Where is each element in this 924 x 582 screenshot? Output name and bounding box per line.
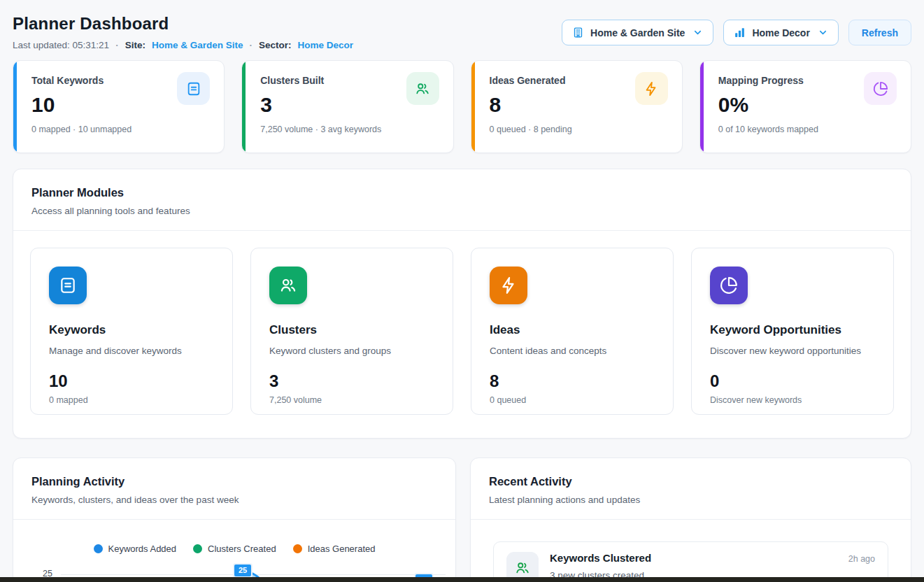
legend-dot	[193, 544, 202, 553]
modules-panel-title: Planner Modules	[31, 186, 893, 199]
zap-icon	[635, 72, 668, 105]
building-icon	[572, 27, 584, 38]
recent-activity-subtitle: Latest planning actions and updates	[489, 495, 893, 505]
pie-chart-icon	[864, 72, 897, 105]
module-card-clusters[interactable]: Clusters Keyword clusters and groups 3 7…	[250, 248, 453, 415]
recent-activity-title: Recent Activity	[489, 475, 893, 488]
activity-item-toprow: Keywords Clustered 2h ago	[550, 552, 875, 564]
activity-item-content: Keywords Clustered 2h ago 3 new clusters…	[550, 552, 875, 581]
module-stat-label: 7,250 volume	[269, 395, 434, 405]
chart-legend: Keywords Added Clusters Created Ideas Ge…	[13, 544, 455, 554]
module-title: Clusters	[269, 323, 434, 337]
document-icon	[177, 72, 210, 105]
recent-activity-header: Recent Activity Latest planning actions …	[471, 458, 911, 520]
legend-label: Ideas Generated	[308, 544, 376, 554]
stats-row: Total Keywords 10 0 mapped · 10 unmapped…	[13, 60, 911, 153]
chevron-down-icon	[818, 27, 828, 38]
refresh-button[interactable]: Refresh	[848, 20, 911, 45]
planning-activity-title: Planning Activity	[31, 475, 437, 488]
module-stat-value: 0	[710, 371, 875, 391]
legend-item-ideas-generated[interactable]: Ideas Generated	[293, 544, 376, 554]
bottom-edge-bar	[0, 577, 924, 582]
activity-list-item[interactable]: Keywords Clustered 2h ago 3 new clusters…	[493, 541, 888, 582]
legend-item-keywords-added[interactable]: Keywords Added	[94, 544, 177, 554]
meta-separator: ·	[249, 40, 253, 50]
modules-panel-header: Planner Modules Access all planning tool…	[13, 169, 911, 231]
zap-icon	[490, 267, 527, 304]
header-actions: Home & Garden Site Home Decor Refresh	[562, 20, 911, 45]
module-card-ideas[interactable]: Ideas Content ideas and concepts 8 0 que…	[471, 248, 674, 415]
users-icon	[406, 72, 439, 105]
module-stat-label: Discover new keywords	[710, 395, 875, 405]
stat-subtext: 0 queued · 8 pending	[490, 125, 668, 134]
stat-card-mapping-progress[interactable]: Mapping Progress 0% 0 of 10 keywords map…	[699, 60, 911, 153]
legend-label: Keywords Added	[108, 544, 177, 554]
module-description: Manage and discover keywords	[49, 346, 214, 356]
site-link[interactable]: Home & Garden Site	[152, 40, 243, 50]
stat-accent-strip	[471, 61, 475, 152]
module-card-keyword-opportunities[interactable]: Keyword Opportunities Discover new keywo…	[691, 248, 894, 415]
page-header: Planner Dashboard Last updated: 05:31:21…	[13, 14, 911, 50]
modules-grid: Keywords Manage and discover keywords 10…	[13, 231, 911, 432]
site-selector-dropdown[interactable]: Home & Garden Site	[562, 20, 713, 45]
activity-item-timestamp: 2h ago	[848, 554, 875, 564]
planning-activity-subtitle: Keywords, clusters, and ideas over the p…	[31, 495, 437, 505]
legend-dot	[293, 544, 302, 553]
stat-subtext: 0 mapped · 10 unmapped	[31, 125, 210, 134]
meta-separator: ·	[115, 40, 119, 50]
site-label: Site:	[125, 40, 145, 50]
sector-link[interactable]: Home Decor	[297, 40, 353, 50]
stat-accent-strip	[700, 61, 704, 152]
stat-accent-strip	[13, 61, 17, 152]
header-left: Planner Dashboard Last updated: 05:31:21…	[13, 14, 353, 50]
legend-label: Clusters Created	[208, 544, 276, 554]
page-title: Planner Dashboard	[13, 14, 353, 34]
data-point-label-25: 25	[233, 563, 253, 578]
stat-card-total-keywords[interactable]: Total Keywords 10 0 mapped · 10 unmapped	[13, 60, 225, 153]
chevron-down-icon	[692, 27, 703, 38]
module-title: Keyword Opportunities	[710, 323, 875, 337]
recent-activity-panel: Recent Activity Latest planning actions …	[470, 457, 911, 582]
document-icon	[49, 267, 87, 304]
module-description: Keyword clusters and groups	[269, 346, 434, 356]
activity-item-title: Keywords Clustered	[550, 552, 651, 564]
header-meta: Last updated: 05:31:21 · Site: Home & Ga…	[13, 40, 353, 50]
planning-activity-panel: Planning Activity Keywords, clusters, an…	[13, 457, 456, 582]
site-selector-label: Home & Garden Site	[590, 27, 685, 38]
planner-modules-panel: Planner Modules Access all planning tool…	[13, 169, 911, 439]
module-stat-label: 0 mapped	[49, 395, 214, 405]
module-card-keywords[interactable]: Keywords Manage and discover keywords 10…	[30, 248, 233, 415]
legend-item-clusters-created[interactable]: Clusters Created	[193, 544, 276, 554]
modules-panel-subtitle: Access all planning tools and features	[31, 206, 893, 216]
module-stat-label: 0 queued	[490, 395, 655, 405]
sector-label: Sector:	[259, 40, 292, 50]
module-description: Content ideas and concepts	[490, 346, 655, 356]
planning-activity-header: Planning Activity Keywords, clusters, an…	[13, 458, 455, 520]
module-stat-value: 10	[49, 371, 214, 391]
module-stat-value: 8	[490, 371, 655, 391]
legend-dot	[94, 544, 103, 553]
pie-chart-icon	[710, 267, 748, 304]
stat-accent-strip	[242, 61, 246, 152]
stat-card-clusters-built[interactable]: Clusters Built 3 7,250 volume · 3 avg ke…	[241, 60, 453, 153]
planner-dashboard-page: Planner Dashboard Last updated: 05:31:21…	[0, 14, 924, 582]
sector-selector-label: Home Decor	[752, 27, 809, 38]
last-updated-text: Last updated: 05:31:21	[13, 40, 109, 50]
bar-chart-icon	[734, 27, 746, 38]
stat-subtext: 7,250 volume · 3 avg keywords	[260, 125, 439, 134]
module-description: Discover new keyword opportunities	[710, 346, 875, 356]
stat-subtext: 0 of 10 keywords mapped	[718, 125, 897, 134]
bottom-row: Planning Activity Keywords, clusters, an…	[13, 457, 911, 582]
module-stat-value: 3	[269, 371, 434, 391]
module-title: Ideas	[490, 323, 655, 337]
users-icon	[269, 267, 307, 304]
stat-card-ideas-generated[interactable]: Ideas Generated 8 0 queued · 8 pending	[471, 60, 683, 153]
module-title: Keywords	[49, 323, 214, 337]
sector-selector-dropdown[interactable]: Home Decor	[723, 20, 838, 45]
